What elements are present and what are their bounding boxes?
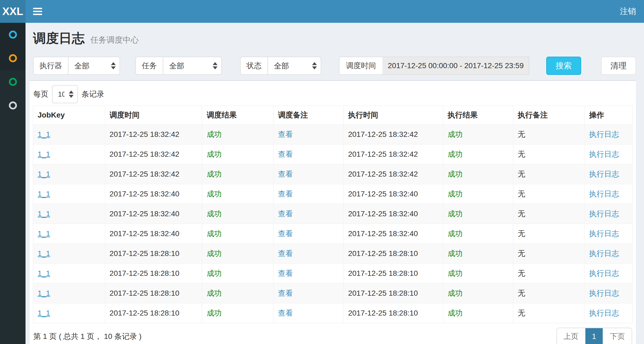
handle-time-cell: 2017-12-25 18:32:42 xyxy=(348,130,418,138)
trigger-time-cell: 2017-12-25 18:28:10 xyxy=(110,269,179,277)
trigger-msg-link[interactable]: 查看 xyxy=(278,269,293,277)
status-label: 状态 xyxy=(240,57,267,75)
trigger-result-cell: 成功 xyxy=(207,130,222,138)
prev-page-button[interactable]: 上页 xyxy=(557,328,585,344)
exec-log-link[interactable]: 执行日志 xyxy=(589,229,619,238)
trigger-time-cell: 2017-12-25 18:32:40 xyxy=(110,229,179,238)
trigger-msg-link[interactable]: 查看 xyxy=(278,289,293,297)
clear-log-button[interactable]: 清理 xyxy=(601,57,636,75)
executor-label: 执行器 xyxy=(33,57,68,75)
trigger-time-cell: 2017-12-25 18:28:10 xyxy=(110,289,179,297)
trigger-time-cell: 2017-12-25 18:28:10 xyxy=(110,309,179,317)
handle-msg-cell: 无 xyxy=(518,190,525,198)
exec-log-link[interactable]: 执行日志 xyxy=(589,309,619,317)
exec-log-link[interactable]: 执行日志 xyxy=(589,150,619,158)
jobkey-link[interactable]: 1_1 xyxy=(38,249,50,258)
pagination: 上页 1 下页 xyxy=(556,328,632,344)
handle-result-cell: 成功 xyxy=(448,249,463,258)
handle-time-cell: 2017-12-25 18:32:40 xyxy=(348,210,418,218)
jobkey-link[interactable]: 1_1 xyxy=(38,150,50,158)
executor-select[interactable]: 全部 xyxy=(68,57,120,75)
trigger-time-cell: 2017-12-25 18:32:42 xyxy=(110,130,179,138)
handle-msg-cell: 无 xyxy=(518,309,525,317)
exec-log-link[interactable]: 执行日志 xyxy=(589,289,619,297)
handle-time-cell: 2017-12-25 18:32:42 xyxy=(348,150,418,158)
trigger-msg-link[interactable]: 查看 xyxy=(278,130,293,138)
handle-msg-cell: 无 xyxy=(518,150,525,158)
jobkey-link[interactable]: 1_1 xyxy=(38,210,50,218)
trigger-msg-link[interactable]: 查看 xyxy=(278,309,293,317)
sidebar-item-3[interactable] xyxy=(0,70,26,94)
table-row: 1_12017-12-25 18:28:10成功查看2017-12-25 18:… xyxy=(33,303,632,323)
sidebar-item-2[interactable] xyxy=(0,46,26,70)
page-size-select[interactable]: 10 xyxy=(52,85,78,103)
page-size-control: 每页 10 条记录 xyxy=(33,85,633,103)
jobkey-link[interactable]: 1_1 xyxy=(38,170,50,178)
handle-msg-cell: 无 xyxy=(518,229,525,238)
handle-time-cell: 2017-12-25 18:28:10 xyxy=(348,289,418,297)
trigger-result-cell: 成功 xyxy=(207,269,222,277)
jobkey-link[interactable]: 1_1 xyxy=(38,130,50,138)
jobkey-link[interactable]: 1_1 xyxy=(38,269,50,277)
circle-icon xyxy=(9,54,17,62)
exec-log-link[interactable]: 执行日志 xyxy=(589,130,619,138)
trigger-msg-link[interactable]: 查看 xyxy=(278,170,293,178)
trigger-result-cell: 成功 xyxy=(207,249,222,258)
exec-log-link[interactable]: 执行日志 xyxy=(589,190,619,198)
handle-msg-cell: 无 xyxy=(518,130,525,138)
exec-log-link[interactable]: 执行日志 xyxy=(589,249,619,258)
search-button[interactable]: 搜索 xyxy=(546,57,581,75)
trigger-time-cell: 2017-12-25 18:32:40 xyxy=(110,210,179,218)
page-title: 调度日志 xyxy=(33,31,85,45)
column-header-action: 操作 xyxy=(584,106,632,125)
handle-time-cell: 2017-12-25 18:32:40 xyxy=(348,229,418,238)
trigger-result-cell: 成功 xyxy=(207,150,222,158)
column-header-handle-msg: 执行备注 xyxy=(513,106,585,125)
handle-time-cell: 2017-12-25 18:32:40 xyxy=(348,190,418,198)
status-select[interactable]: 全部 xyxy=(267,57,321,75)
handle-time-cell: 2017-12-25 18:28:10 xyxy=(348,249,418,258)
exec-log-link[interactable]: 执行日志 xyxy=(589,210,619,218)
sidebar-toggle-button[interactable] xyxy=(30,0,46,23)
jobkey-link[interactable]: 1_1 xyxy=(38,229,50,238)
trigger-msg-link[interactable]: 查看 xyxy=(278,249,293,258)
column-header-jobkey: JobKey xyxy=(33,106,105,125)
trigger-result-cell: 成功 xyxy=(207,229,222,238)
next-page-button[interactable]: 下页 xyxy=(603,328,632,344)
circle-icon xyxy=(9,78,17,86)
table-row: 1_12017-12-25 18:32:42成功查看2017-12-25 18:… xyxy=(33,164,632,184)
handle-result-cell: 成功 xyxy=(448,150,463,158)
app-logo[interactable]: XXL xyxy=(0,0,26,23)
job-select[interactable]: 全部 xyxy=(163,57,222,75)
sidebar-item-1[interactable] xyxy=(0,23,26,46)
handle-msg-cell: 无 xyxy=(518,170,525,178)
trigger-msg-link[interactable]: 查看 xyxy=(278,190,293,198)
handle-time-cell: 2017-12-25 18:28:10 xyxy=(348,269,418,277)
handle-result-cell: 成功 xyxy=(448,269,463,277)
filter-toolbar: 执行器 全部 任务 全部 状态 全部 调度时间 搜索 清理 xyxy=(30,57,636,75)
logout-link[interactable]: 注销 xyxy=(612,0,644,23)
current-page-button[interactable]: 1 xyxy=(585,328,603,344)
executor-filter-group: 执行器 全部 xyxy=(33,57,120,75)
sidebar-item-4[interactable] xyxy=(0,94,26,117)
handle-msg-cell: 无 xyxy=(518,249,525,258)
trigger-result-cell: 成功 xyxy=(207,170,222,178)
table-row: 1_12017-12-25 18:28:10成功查看2017-12-25 18:… xyxy=(33,244,632,264)
trigger-result-cell: 成功 xyxy=(207,190,222,198)
job-filter-group: 任务 全部 xyxy=(135,57,222,75)
trigger-result-cell: 成功 xyxy=(207,309,222,317)
trigger-time-cell: 2017-12-25 18:32:42 xyxy=(110,170,179,178)
time-filter-group: 调度时间 xyxy=(339,57,529,75)
jobkey-link[interactable]: 1_1 xyxy=(38,289,50,297)
trigger-msg-link[interactable]: 查看 xyxy=(278,210,293,218)
exec-log-link[interactable]: 执行日志 xyxy=(589,269,619,277)
trigger-time-label: 调度时间 xyxy=(339,57,382,75)
jobkey-link[interactable]: 1_1 xyxy=(38,190,50,198)
trigger-time-range-input[interactable] xyxy=(382,57,529,75)
trigger-msg-link[interactable]: 查看 xyxy=(278,150,293,158)
jobkey-link[interactable]: 1_1 xyxy=(38,309,50,317)
exec-log-link[interactable]: 执行日志 xyxy=(589,170,619,178)
trigger-msg-link[interactable]: 查看 xyxy=(278,229,293,238)
content-header: 调度日志 任务调度中心 xyxy=(30,23,636,53)
handle-result-cell: 成功 xyxy=(448,229,463,238)
